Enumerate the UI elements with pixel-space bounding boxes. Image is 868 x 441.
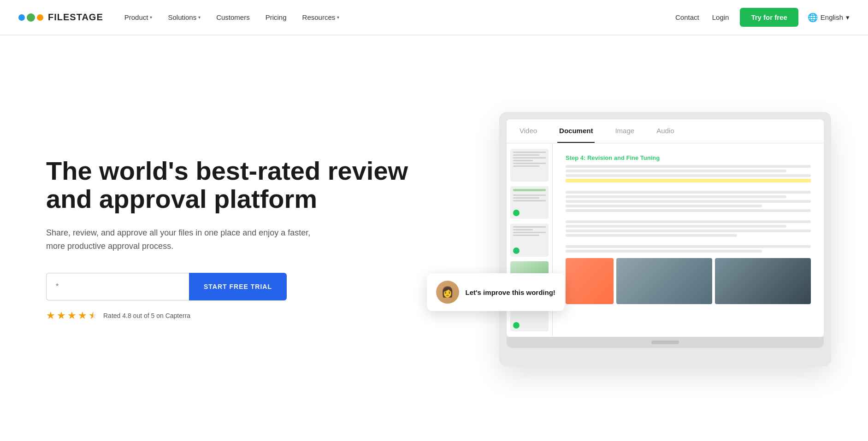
doc-line [566,200,811,203]
chevron-down-icon: ▾ [150,15,152,20]
doc-line [566,220,811,223]
nav-links: Product ▾ Solutions ▾ Customers Pricing … [118,10,346,25]
contact-link[interactable]: Contact [673,10,701,25]
star-half: ★ ★ [89,310,98,322]
logo[interactable]: FILESTAGE [18,12,103,23]
document-panel: Step 4: Revision and Fine Tuning [553,143,824,337]
star-3: ★ [67,310,77,322]
doc-image-2 [616,258,712,304]
doc-line [566,225,786,228]
hero-section: The world's best-rated review and approv… [0,36,868,441]
doc-line [566,209,811,212]
nav-pricing[interactable]: Pricing [259,10,293,25]
rating-row: ★ ★ ★ ★ ★ ★ Rated 4.8 out of 5 on Capter… [46,310,436,322]
doc-line [566,165,811,168]
hero-right: 👩 Let's improve this wording! Video Docu… [455,112,831,366]
rating-text: Rated 4.8 out of 5 on Capterra [103,312,190,319]
approved-badge [513,210,520,216]
doc-line-highlight [566,179,811,182]
doc-line [566,195,786,198]
nav-customers[interactable]: Customers [210,10,256,25]
approved-badge [513,247,520,254]
login-link[interactable]: Login [710,10,731,25]
tab-audio[interactable]: Audio [655,119,676,143]
brand-name: FILESTAGE [48,12,103,23]
avatar: 👩 [436,281,459,304]
nav-product[interactable]: Product ▾ [118,10,159,25]
doc-title: Step 4: Revision and Fine Tuning [566,154,811,161]
laptop-notch [651,341,679,344]
star-4: ★ [78,310,87,322]
tab-image[interactable]: Image [613,119,636,143]
thumbnail-2 [510,186,549,219]
comment-bubble: 👩 Let's improve this wording! [427,273,565,311]
avatar-emoji: 👩 [441,286,454,298]
language-selector[interactable]: 🌐 English ▾ [808,12,850,23]
start-free-trial-button[interactable]: START FREE TRIAL [189,273,287,300]
mockup-tabs: Video Document Image Audio [507,119,824,143]
dot-green [27,13,35,22]
star-1: ★ [46,310,55,322]
hero-subtitle: Share, review, and approve all your file… [46,226,313,253]
star-2: ★ [57,310,66,322]
navbar-right: Contact Login Try for free 🌐 English ▾ [673,8,850,27]
chevron-down-icon: ▾ [846,13,850,22]
doc-line [566,191,811,194]
logo-dots [18,13,43,22]
nav-resources[interactable]: Resources ▾ [296,10,346,25]
doc-images [566,258,811,304]
thumbnail-3 [510,223,549,256]
comment-text: Let's improve this wording! [466,288,555,297]
approved-badge [513,322,520,329]
email-input[interactable] [46,273,189,300]
doc-line [566,245,811,248]
doc-line [566,205,762,207]
laptop-bottom-bar [507,337,824,348]
doc-image-3 [715,258,811,304]
doc-line [566,170,786,172]
nav-solutions[interactable]: Solutions ▾ [161,10,207,25]
laptop-mockup: Video Document Image Audio [499,112,831,366]
doc-line [566,250,762,253]
doc-image-1 [566,258,614,304]
try-for-free-button[interactable]: Try for free [740,8,798,27]
doc-line [566,234,737,237]
globe-icon: 🌐 [808,12,818,23]
star-rating: ★ ★ ★ ★ ★ ★ [46,310,98,322]
navbar: FILESTAGE Product ▾ Solutions ▾ Customer… [0,0,868,35]
dot-blue [18,14,25,21]
hero-left: The world's best-rated review and approv… [46,157,455,322]
navbar-left: FILESTAGE Product ▾ Solutions ▾ Customer… [18,10,346,25]
chevron-down-icon: ▾ [198,15,201,20]
hero-cta: START FREE TRIAL [46,273,436,300]
doc-line [566,229,811,232]
hero-title: The world's best-rated review and approv… [46,157,436,213]
chevron-down-icon: ▾ [337,15,339,20]
thumbnail-1 [510,149,549,182]
tab-video[interactable]: Video [518,119,539,143]
dot-orange [37,14,43,21]
doc-line [566,174,811,177]
doc-body [566,165,811,253]
tab-document[interactable]: Document [557,119,595,143]
